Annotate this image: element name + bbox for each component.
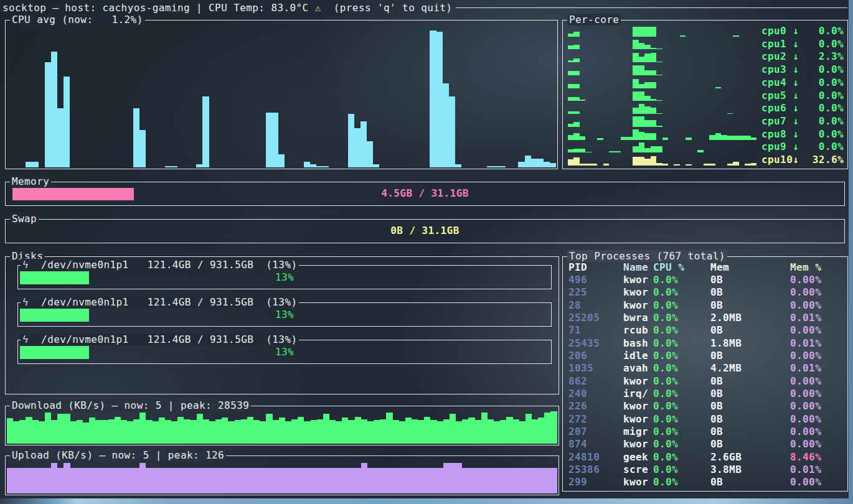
- quit-hint: (press 'q' to quit): [321, 2, 453, 14]
- process-name: kwor: [623, 413, 653, 425]
- cpu-avg-chart: [7, 23, 556, 167]
- process-mem: 2.6GB: [710, 451, 790, 463]
- core-label: cpu10 ↓ 32.6%: [761, 153, 844, 166]
- process-name: scre: [623, 464, 653, 475]
- core-name: cpu9: [761, 141, 793, 152]
- per-core-row: cpu0 ↓ 0.0%: [567, 24, 844, 37]
- process-cpu: 0.0%: [653, 362, 710, 374]
- process-row: 240 irq/ 0.0% 0B 0.00%: [568, 387, 845, 399]
- core-name: cpu8: [761, 128, 793, 140]
- process-row: 272 kwor 0.0% 0B 0.00%: [568, 413, 845, 425]
- core-name: cpu3: [761, 63, 793, 75]
- disk-item: ϟ /dev/nvme0n1p1 121.4GB / 931.5GB (13%)…: [17, 302, 552, 327]
- disk-usage-percent: 13%: [18, 271, 551, 283]
- process-memp: 0.00%: [790, 400, 845, 412]
- core-sparkline: [567, 63, 758, 76]
- lightning-icon: ϟ: [22, 259, 29, 271]
- process-name: kwor: [623, 286, 653, 298]
- download-panel: Download (KB/s) — now: 5 | peak: 28539: [5, 406, 559, 446]
- core-usage-value: 0.0%: [800, 90, 844, 101]
- process-pid: 272: [568, 413, 623, 425]
- process-name: kwor: [623, 274, 653, 286]
- process-memp: 0.00%: [790, 286, 845, 298]
- process-row: 25205 bwra 0.0% 2.0MB 0.01%: [568, 311, 845, 324]
- process-pid: 25435: [568, 337, 623, 349]
- process-mem: 0B: [710, 426, 790, 437]
- process-memp: 0.00%: [790, 350, 845, 362]
- per-core-rows: cpu0 ↓ 0.0% cpu1 ↓ 0.0% cpu2 ↓ 2.3% cpu3…: [567, 24, 844, 166]
- core-sparkline: [567, 114, 758, 128]
- process-mem: 0B: [710, 350, 790, 362]
- core-name: cpu4: [761, 77, 793, 88]
- process-cpu: 0.0%: [653, 286, 710, 298]
- process-memp: 0.01%: [790, 362, 845, 374]
- window-title: socktop — host: cachyos-gaming | CPU Tem…: [2, 2, 315, 14]
- process-cpu: 0.0%: [653, 274, 710, 286]
- core-label: cpu7 ↓ 0.0%: [761, 114, 844, 128]
- down-arrow-icon: ↓: [793, 154, 799, 166]
- core-sparkline: [567, 101, 758, 114]
- process-cpu: 0.0%: [653, 324, 710, 336]
- process-pid: 28: [568, 299, 623, 311]
- cpu-avg-title: CPU avg (now: 1.2%): [10, 14, 145, 26]
- lightning-icon: ϟ: [22, 334, 29, 345]
- per-core-row: cpu1 ↓ 0.0%: [567, 37, 844, 50]
- core-usage-value: 0.0%: [800, 115, 844, 127]
- memory-panel: Memory 4.5GB / 31.1GB: [5, 182, 845, 206]
- process-table-header: PID Name CPU % Mem Mem %: [568, 261, 845, 273]
- core-label: cpu3 ↓ 0.0%: [761, 63, 844, 76]
- core-sparkline: [567, 89, 758, 102]
- core-sparkline: [567, 141, 758, 154]
- disk-usage-percent: 13%: [18, 309, 551, 320]
- process-pid: 225: [568, 286, 623, 298]
- down-arrow-icon: ↓: [793, 128, 799, 140]
- process-cpu: 0.0%: [653, 464, 710, 475]
- upload-title: Upload (KB/s) — now: 5 | peak: 126: [10, 449, 226, 461]
- process-cpu: 0.0%: [653, 476, 710, 488]
- process-table: PID Name CPU % Mem Mem % 496 kwor 0.0% 0…: [568, 261, 845, 488]
- upload-panel: Upload (KB/s) — now: 5 | peak: 126: [5, 455, 559, 495]
- process-name: avah: [623, 362, 653, 374]
- disk-item: ϟ /dev/nvme0n1p1 121.4GB / 931.5GB (13%)…: [17, 265, 552, 289]
- process-pid: 25205: [568, 312, 623, 324]
- process-pid: 874: [568, 438, 623, 450]
- down-arrow-icon: ↓: [793, 38, 799, 50]
- down-arrow-icon: ↓: [793, 115, 799, 127]
- swap-usage-label: 0B / 31.1GB: [6, 225, 844, 236]
- process-cpu: 0.0%: [653, 299, 710, 311]
- process-cpu: 0.0%: [653, 426, 710, 437]
- disk-item: ϟ /dev/nvme0n1p1 121.4GB / 931.5GB (13%)…: [17, 340, 552, 364]
- process-mem: 4.2MB: [710, 362, 790, 374]
- process-name: kwor: [623, 476, 653, 488]
- down-arrow-icon: ↓: [793, 141, 799, 152]
- process-row: 226 kwor 0.0% 0B 0.00%: [568, 400, 845, 413]
- process-name: irq/: [623, 388, 653, 399]
- disk-label: /dev/nvme0n1p1 121.4GB / 931.5GB (13%): [29, 334, 297, 345]
- process-cpu: 0.0%: [653, 451, 710, 463]
- process-cpu: 0.0%: [653, 350, 710, 362]
- down-arrow-icon: ↓: [793, 50, 799, 62]
- process-mem: 0B: [710, 476, 790, 488]
- process-mem: 0B: [710, 299, 790, 311]
- process-mem: 0B: [710, 413, 790, 425]
- core-usage-value: 0.0%: [800, 77, 844, 88]
- process-name: bash: [623, 337, 653, 349]
- terminal-window[interactable]: socktop — host: cachyos-gaming | CPU Tem…: [0, 0, 849, 498]
- process-row: 225 kwor 0.0% 0B 0.00%: [568, 286, 845, 299]
- process-pid: 25386: [568, 464, 623, 475]
- core-sparkline: [567, 128, 758, 141]
- process-rows: 496 kwor 0.0% 0B 0.00% 225 kwor 0.0% 0B …: [568, 273, 845, 488]
- down-arrow-icon: ↓: [793, 77, 799, 88]
- process-memp: 0.00%: [790, 438, 845, 450]
- process-mem: 0B: [710, 438, 790, 450]
- process-pid: 1035: [568, 362, 623, 374]
- per-core-title: Per-core: [567, 14, 621, 26]
- warning-icon: ⚠: [315, 2, 321, 14]
- process-name: rcub: [623, 324, 653, 336]
- process-memp: 0.00%: [790, 476, 845, 488]
- process-mem: 0B: [710, 274, 790, 286]
- process-memp: 0.01%: [790, 337, 845, 349]
- per-core-row: cpu6 ↓ 0.0%: [567, 101, 844, 114]
- process-mem: 0B: [710, 324, 790, 336]
- core-label: cpu5 ↓ 0.0%: [761, 89, 844, 102]
